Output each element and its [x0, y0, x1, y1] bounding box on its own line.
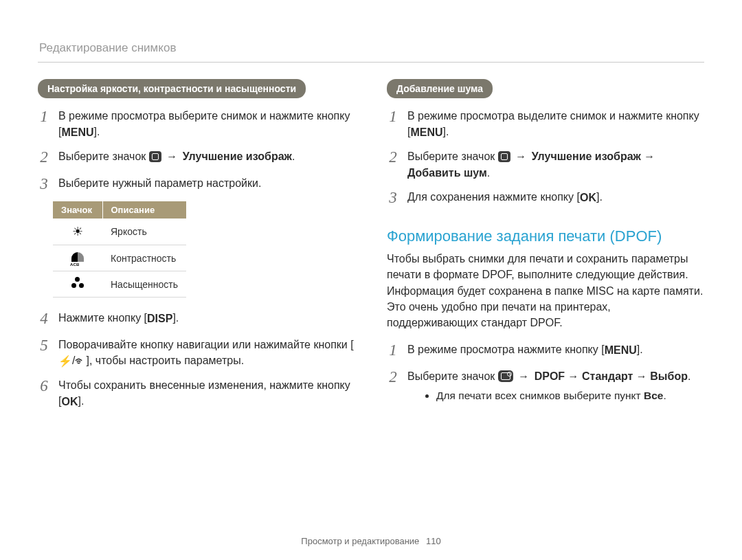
settings-icon [498, 370, 513, 382]
dpof-heading: Формирование задания печати (DPOF) [387, 227, 704, 245]
table-header-desc: Описание [102, 201, 186, 219]
step-6-left: 6 Чтобы сохранить внесенные изменения, н… [38, 377, 355, 410]
dpof-sub-bullet: Для печати всех снимков выберите пункт В… [436, 388, 704, 403]
text: Выберите значок [58, 150, 149, 162]
menu-path: Улучшение изображ [183, 150, 292, 162]
step-number: 5 [38, 337, 50, 369]
section-title-left: Настройка яркости, контрастности и насыщ… [38, 79, 306, 98]
step-3-right: 3 Для сохранения нажмите кнопку [OK]. [387, 189, 704, 207]
menu-path: Выбор [650, 370, 688, 382]
menu-path: DPOF [535, 370, 565, 382]
section-title-right: Добавление шума [387, 79, 493, 98]
step-number: 2 [387, 148, 399, 180]
text: . [292, 150, 295, 162]
text: Поворачивайте кнопку навигации или нажим… [58, 339, 354, 350]
disp-button-label: DISP [147, 311, 172, 326]
text: ]. [596, 191, 603, 203]
step-number: 1 [38, 108, 50, 140]
text: Выберите значок [407, 150, 498, 162]
menu-path: Все [644, 390, 663, 401]
contrast-icon [71, 252, 84, 262]
table-row: Насыщенность [53, 271, 186, 298]
menu-path: Стандарт [582, 370, 633, 382]
menu-button-label: MENU [410, 124, 442, 140]
arrow: → [633, 370, 650, 382]
brightness-icon: ☀ [72, 225, 83, 238]
step-number: 1 [387, 341, 399, 359]
divider [38, 62, 704, 63]
left-column: Настройка яркости, контрастности и насыщ… [38, 79, 355, 418]
step-2-dpof: 2 Выберите значок → DPOF → Стандарт → Вы… [387, 368, 704, 406]
arrow: → [513, 150, 530, 162]
step-1-left: 1 В режиме просмотра выберите снимок и н… [38, 108, 355, 140]
footer-section: Просмотр и редактирование [301, 536, 419, 546]
text: ]. [94, 126, 100, 137]
text: . [487, 167, 490, 179]
step-2-right: 2 Выберите значок → Улучшение изображ → … [387, 148, 704, 180]
table-cell: Контрастность [102, 245, 186, 271]
arrow: → [164, 150, 181, 162]
text: . [663, 390, 666, 401]
text: Для сохранения нажмите кнопку [ [407, 191, 580, 203]
table-header-icon: Значок [53, 201, 102, 219]
text: Выберите нужный параметр настройки. [58, 175, 355, 193]
edit-icon [149, 151, 161, 162]
menu-path: Улучшение изображ [532, 150, 641, 162]
saturation-icon [71, 277, 84, 288]
step-number: 1 [387, 108, 399, 140]
text: ]. [172, 312, 179, 324]
text: Чтобы сохранить внесенные изменения, наж… [58, 379, 350, 407]
table-cell: Яркость [102, 219, 186, 245]
menu-button-label: MENU [605, 342, 637, 358]
step-3-left: 3 Выберите нужный параметр настройки. [38, 175, 355, 193]
step-5-left: 5 Поворачивайте кнопку навигации или наж… [38, 337, 355, 369]
text: В режиме просмотра выберите снимок и наж… [58, 110, 350, 137]
text: Выберите значок [407, 370, 498, 382]
text: . [688, 370, 690, 382]
text: Для печати всех снимков выберите пункт [436, 390, 644, 401]
step-number: 3 [38, 175, 50, 193]
step-number: 4 [38, 310, 50, 328]
table-row: Контрастность [53, 245, 186, 271]
menu-path: Добавить шум [407, 167, 487, 179]
right-column: Добавление шума 1 В режиме просмотра выд… [387, 79, 704, 418]
text: В режиме просмотра выделите снимок и наж… [407, 110, 699, 137]
edit-icon [498, 151, 510, 162]
step-number: 2 [387, 368, 399, 406]
menu-button-label: MENU [61, 124, 93, 140]
arrow: → [515, 370, 532, 382]
text: ]. [78, 395, 84, 407]
arrow: → [641, 150, 655, 162]
breadcrumb: Редактирование снимков [39, 41, 704, 55]
dpof-paragraph: Чтобы выбрать снимки для печати и сохран… [387, 251, 704, 331]
wifi-icon: ᯤ [75, 353, 86, 369]
arrow: → [565, 370, 582, 382]
step-number: 2 [38, 148, 50, 166]
page-number: 110 [426, 536, 441, 546]
step-number: 6 [38, 377, 50, 410]
text: ]. [443, 126, 449, 137]
flash-icon: ⚡ [58, 353, 72, 369]
step-4-left: 4 Нажмите кнопку [DISP]. [38, 310, 355, 328]
ok-button-label: OK [61, 394, 78, 410]
text: Нажмите кнопку [ [58, 312, 147, 324]
step-1-dpof: 1 В режиме просмотра нажмите кнопку [MEN… [387, 341, 704, 359]
text: ]. [637, 344, 643, 355]
parameters-table: Значок Описание ☀ Яркость Контрастность … [53, 201, 186, 298]
ok-button-label: OK [580, 190, 596, 205]
text: ], чтобы настроить параметры. [86, 355, 244, 366]
step-number: 3 [387, 189, 399, 207]
table-cell: Насыщенность [102, 271, 186, 298]
page-footer: Просмотр и редактирование 110 [0, 536, 742, 546]
step-2-left: 2 Выберите значок → Улучшение изображ. [38, 148, 355, 166]
text: В режиме просмотра нажмите кнопку [ [407, 344, 605, 355]
table-row: ☀ Яркость [53, 219, 186, 245]
step-1-right: 1 В режиме просмотра выделите снимок и н… [387, 108, 704, 140]
